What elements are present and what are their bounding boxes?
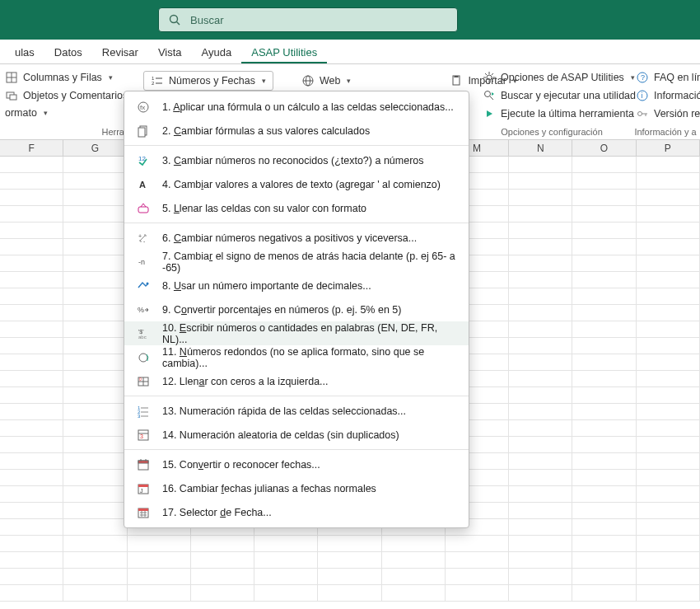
cell[interactable]	[0, 338, 63, 354]
tab-vista[interactable]: Vista	[148, 41, 192, 63]
cell[interactable]	[637, 255, 700, 271]
cell[interactable]	[63, 157, 127, 172]
cell[interactable]	[572, 420, 636, 436]
cell[interactable]	[637, 387, 700, 403]
cell[interactable]	[572, 552, 636, 568]
cell[interactable]	[0, 503, 63, 518]
cell[interactable]	[637, 585, 700, 601]
cell[interactable]	[572, 569, 636, 584]
cell[interactable]	[0, 552, 63, 568]
menu-item-5[interactable]: 5. Llenar las celdas con su valor con fo…	[124, 196, 469, 220]
menu-item-15[interactable]: 15. Convertir o reconocer fechas...	[124, 452, 469, 476]
cell[interactable]	[63, 354, 127, 370]
objects-comments-button[interactable]: Objetos y Comentarios▾	[0, 87, 128, 104]
cell[interactable]	[63, 536, 127, 551]
cell[interactable]	[509, 503, 572, 518]
cell[interactable]	[509, 552, 572, 568]
cell[interactable]	[63, 173, 127, 189]
cell[interactable]	[63, 486, 127, 502]
cell[interactable]	[637, 321, 700, 337]
menu-item-8[interactable]: 8. Usar un número importante de decimale…	[124, 274, 469, 297]
cell[interactable]	[0, 206, 63, 222]
cell[interactable]	[572, 354, 636, 370]
cell[interactable]	[63, 585, 127, 601]
tab-formulas[interactable]: ulas	[5, 41, 44, 63]
cell[interactable]	[509, 288, 572, 304]
info-button[interactable]: i Información	[631, 87, 700, 104]
search-box[interactable]: Buscar	[158, 7, 458, 32]
cell[interactable]	[572, 387, 636, 403]
tab-ayuda[interactable]: Ayuda	[192, 41, 242, 63]
cell[interactable]	[572, 453, 636, 469]
cell[interactable]	[128, 585, 191, 601]
cell[interactable]	[63, 552, 127, 568]
menu-item-6[interactable]: +-6. Cambiar números negativos a positiv…	[124, 226, 469, 250]
cell[interactable]	[0, 371, 63, 386]
cell[interactable]	[637, 420, 700, 436]
cell[interactable]	[637, 437, 700, 452]
cell[interactable]	[509, 536, 572, 551]
cell[interactable]	[0, 190, 63, 205]
cell[interactable]	[509, 157, 572, 172]
cell[interactable]	[0, 585, 63, 601]
cell[interactable]	[128, 536, 191, 551]
menu-item-17[interactable]: 17. Selector de Fecha...	[124, 500, 469, 524]
cell[interactable]	[572, 536, 636, 551]
cell[interactable]	[509, 519, 572, 535]
cell[interactable]	[637, 486, 700, 502]
column-header[interactable]: N	[509, 140, 572, 156]
cell[interactable]	[0, 173, 63, 189]
cell[interactable]	[572, 470, 636, 485]
cell[interactable]	[572, 404, 636, 419]
cell[interactable]	[572, 190, 636, 205]
cell[interactable]	[63, 288, 127, 304]
cell[interactable]	[63, 255, 127, 271]
cell[interactable]	[0, 305, 63, 321]
cell[interactable]	[509, 354, 572, 370]
cell[interactable]	[0, 223, 63, 238]
menu-item-10[interactable]: '$'abc10. Escribir números o cantidades …	[124, 321, 469, 345]
cell[interactable]	[572, 173, 636, 189]
cell[interactable]	[0, 255, 63, 271]
cell[interactable]	[572, 288, 636, 304]
cell[interactable]	[572, 255, 636, 271]
cell[interactable]	[0, 404, 63, 419]
cell[interactable]	[0, 486, 63, 502]
cell[interactable]	[63, 437, 127, 452]
tab-datos[interactable]: Datos	[44, 41, 92, 63]
cell[interactable]	[0, 519, 63, 535]
cell[interactable]	[637, 239, 700, 255]
cell[interactable]	[63, 387, 127, 403]
cell[interactable]	[0, 272, 63, 288]
menu-item-13[interactable]: 12313. Numeración rápida de las celdas s…	[124, 399, 469, 423]
cell[interactable]	[0, 354, 63, 370]
cell[interactable]	[509, 420, 572, 436]
cell[interactable]	[509, 486, 572, 502]
numbers-dates-button[interactable]: 12 Números y Fechas▾	[143, 71, 273, 91]
menu-item-7[interactable]: -n7. Cambiar el signo de menos de atrás …	[124, 250, 469, 274]
cell[interactable]	[318, 569, 381, 584]
cell[interactable]	[318, 585, 381, 601]
cell[interactable]	[446, 536, 509, 551]
tab-asap-utilities[interactable]: ASAP Utilities	[241, 41, 327, 63]
cell[interactable]	[509, 239, 572, 255]
column-header[interactable]: P	[637, 140, 700, 156]
tab-revisar[interactable]: Revisar	[92, 41, 148, 63]
cell[interactable]	[191, 569, 254, 584]
cell[interactable]	[509, 190, 572, 205]
menu-item-12[interactable]: 012. Llenar con ceros a la izquierda...	[124, 369, 469, 393]
cell[interactable]	[572, 437, 636, 452]
cell[interactable]	[637, 371, 700, 386]
cell[interactable]	[63, 503, 127, 518]
cell[interactable]	[0, 453, 63, 469]
format-button[interactable]: ormato▾	[0, 105, 128, 120]
cell[interactable]	[63, 190, 127, 205]
run-last-button[interactable]: Ejecute la última herramienta	[478, 105, 626, 122]
cell[interactable]	[63, 338, 127, 354]
menu-item-4[interactable]: A4. Cambiar valores a valores de texto (…	[124, 172, 469, 196]
cell[interactable]	[0, 536, 63, 551]
cell[interactable]	[63, 272, 127, 288]
cell[interactable]	[637, 157, 700, 172]
cell[interactable]	[191, 585, 254, 601]
cell[interactable]	[446, 569, 509, 584]
